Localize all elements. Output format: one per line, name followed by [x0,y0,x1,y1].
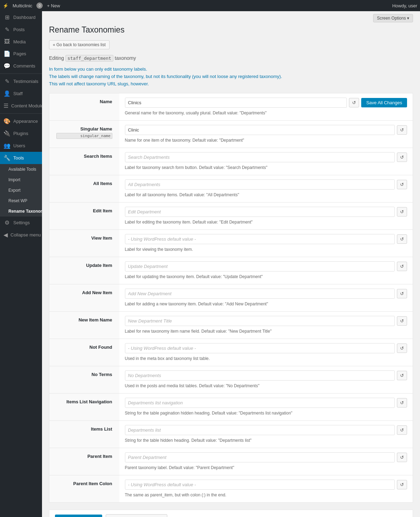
field-desc-name: General name for the taxonomy, usually p… [125,110,407,116]
field-label-parent_item_colon: Parent Item Colon [73,481,112,486]
sidebar-item-settings[interactable]: ⚙ Settings [0,217,42,229]
input-parent_item_colon[interactable] [125,480,395,490]
sidebar-item-reset-wp[interactable]: Reset WP [0,196,42,206]
info-box: In form below you can only edit taxonomy… [49,66,413,87]
wp-logo[interactable]: ⚡ [3,3,8,8]
form-row-items_list_navigation: Items List Navigation↺String for the tab… [49,394,413,421]
comments-link[interactable]: 0 [36,2,43,9]
sidebar-item-rename-taxonomies[interactable]: Rename Taxonomies [0,206,42,217]
sidebar-item-posts[interactable]: ✎ Posts [0,23,42,36]
field-label-search_items: Search Items [84,154,112,159]
import-label: Import [8,177,20,182]
reset-btn-all_items[interactable]: ↺ [397,180,407,189]
form-row-parent_item_colon: Parent Item Colon↺The same as parent_ite… [49,475,413,503]
howdy-message: Howdy, user [392,3,417,8]
new-content[interactable]: + New [47,3,60,8]
reset-btn-name[interactable]: ↺ [349,98,359,107]
back-to-taxonomies-button-top[interactable]: « Go back to taxonomies list [49,40,110,49]
field-desc-new_item_name: Label for new taxonomy item name field. … [125,328,407,334]
field-desc-items_list_navigation: String for the table pagination hidden h… [125,410,407,416]
input-parent_item[interactable] [125,452,395,462]
input-update_item[interactable] [125,261,395,271]
taxonomy-suffix: taxonomy [115,55,136,61]
sidebar-item-tools[interactable]: 🔧 Tools [0,152,42,164]
info-line-1: In form below you can only edit taxonomy… [49,66,413,73]
form-row-view_item: View Item↺Label for viewing the taxonomy… [49,230,413,257]
sidebar-item-comments[interactable]: 💬 Comments [0,60,42,72]
tools-submenu: Available Tools Import Export Reset WP R… [0,164,42,217]
reset-btn-items_list_navigation[interactable]: ↺ [397,398,407,408]
form-row-not_found: Not Found↺Used in the meta box and taxon… [49,339,413,366]
field-label-singular_name: Singular Name [80,126,112,132]
sidebar-item-dashboard[interactable]: ⊞ Dashboard [0,11,42,23]
sidebar-item-testimonials[interactable]: ✎ Testimonials [0,75,42,87]
taxonomy-form-table: Name↺Save All ChangesGeneral name for th… [49,93,413,503]
reset-btn-not_found[interactable]: ↺ [397,344,407,353]
field-desc-search_items: Label for taxonomy search form button. D… [125,164,407,171]
sidebar-item-appearance[interactable]: 🎨 Appearance [0,115,42,127]
input-name[interactable] [125,98,347,108]
sidebar-item-label: Media [13,39,26,44]
reset-btn-parent_item_colon[interactable]: ↺ [397,480,407,489]
input-singular_name[interactable] [125,125,395,135]
form-row-items_list: Items List↺String for the table hidden h… [49,421,413,448]
reset-btn-view_item[interactable]: ↺ [397,234,407,244]
sidebar-item-users[interactable]: 👥 Users [0,140,42,152]
input-view_item[interactable] [125,234,395,244]
sidebar-item-export[interactable]: Export [0,185,42,196]
sidebar-item-content-modules[interactable]: ☰ Content Modules [0,100,42,112]
sidebar-item-collapse[interactable]: ◀ Collapse menu [0,229,42,241]
reset-btn-items_list[interactable]: ↺ [397,425,407,435]
sidebar-item-media[interactable]: 🖼 Media [0,36,42,48]
input-new_item_name[interactable] [125,316,395,326]
input-no_terms[interactable] [125,370,395,381]
info-line-2: The labels will change naming of the tax… [49,73,413,80]
field-desc-view_item: Label for viewing the taxonomy item. [125,246,407,253]
field-desc-parent_item_colon: The same as parent_item, but with colon … [125,492,407,498]
field-label-edit_item: Edit Item [93,208,112,213]
back-to-taxonomies-button-bottom[interactable]: « Go back to taxonomies list [106,514,168,517]
sidebar-item-label: Staff [13,91,23,96]
field-label-new_item_name: New Item Name [78,317,112,323]
field-desc-edit_item: Label for editing the taxonomy item. Def… [125,219,407,225]
input-items_list_navigation[interactable] [125,398,395,408]
reset-btn-parent_item[interactable]: ↺ [397,453,407,462]
input-edit_item[interactable] [125,207,395,217]
save-all-changes-button-inline[interactable]: Save All Changes [361,98,407,107]
dashboard-icon: ⊞ [4,14,10,21]
reset-btn-no_terms[interactable]: ↺ [397,371,407,380]
sidebar-item-import[interactable]: Import [0,175,42,185]
reset-btn-singular_name[interactable]: ↺ [397,125,407,135]
sidebar-item-pages[interactable]: 📄 Pages [0,48,42,60]
editing-header: Editing staff_department taxonomy [49,55,413,62]
input-items_list[interactable] [125,425,395,435]
input-search_items[interactable] [125,152,395,162]
sidebar-item-plugins[interactable]: 🔌 Plugins [0,127,42,140]
reset-btn-add_new_item[interactable]: ↺ [397,289,407,298]
reset-btn-edit_item[interactable]: ↺ [397,207,407,217]
input-add_new_item[interactable] [125,289,395,299]
field-desc-not_found: Used in the meta box and taxonomy list t… [125,355,407,362]
collapse-icon: ◀ [4,232,8,238]
sidebar-item-label: Settings [13,220,30,225]
input-all_items[interactable] [125,179,395,190]
content-modules-icon: ☰ [4,102,8,109]
reset-btn-search_items[interactable]: ↺ [397,153,407,162]
field-label-all_items: All Items [93,181,112,186]
testimonials-icon: ✎ [4,78,10,85]
reset-btn-new_item_name[interactable]: ↺ [397,316,407,326]
comments-icon: 💬 [4,63,10,69]
reset-wp-label: Reset WP [8,198,27,203]
sidebar-item-available-tools[interactable]: Available Tools [0,164,42,175]
reset-btn-update_item[interactable]: ↺ [397,262,407,271]
field-label-name: Name [100,99,112,104]
tools-icon: 🔧 [4,155,10,161]
input-not_found[interactable] [125,343,395,353]
save-all-changes-button-bottom[interactable]: Save All Changes [55,515,102,517]
media-icon: 🖼 [4,38,10,45]
sidebar-item-staff[interactable]: 👤 Staff [0,87,42,100]
field-desc-no_terms: Used in the posts and media list tables.… [125,383,407,389]
screen-options-button[interactable]: Screen Options ▾ [373,14,413,22]
site-name[interactable]: Multiclinic [13,3,32,8]
footer-actions: Save All Changes « Go back to taxonomies… [49,510,413,517]
